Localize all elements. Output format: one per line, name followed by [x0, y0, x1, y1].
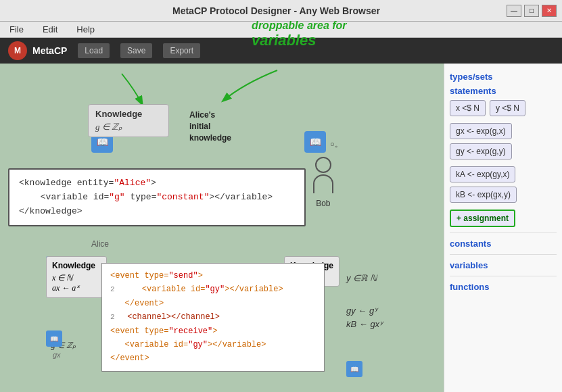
knowledge-popup-math: g ∈ ℤₚ — [95, 122, 162, 132]
alice-annotation-line2: initial — [189, 121, 231, 132]
btn-xN[interactable]: x <$ N — [450, 100, 486, 116]
knowledge-popup-top: Knowledge g ∈ ℤₚ — [88, 104, 169, 137]
xml-overlay-bottom: <event type="send"> 2 <variable id="gy">… — [101, 263, 325, 372]
close-button[interactable]: ✕ — [542, 5, 557, 17]
sidebar-sep-2 — [450, 254, 557, 255]
alice-annotation: Alice's initial knowledge — [189, 109, 231, 143]
minimize-button[interactable]: — — [507, 5, 521, 17]
sidebar-variables[interactable]: variables — [450, 260, 557, 270]
menu-bar: File Edit Help — [0, 22, 562, 38]
main-area: Alice's initial knowledge ← Knowledge g … — [0, 64, 562, 392]
btn-yN[interactable]: y <$ N — [490, 100, 525, 116]
alice-annotation-line3: knowledge — [189, 132, 231, 144]
app-logo: M MetaCP — [8, 41, 67, 60]
bob-area: 📖 ○。 Bob — [304, 131, 342, 208]
window-controls: — □ ✕ — [507, 5, 557, 17]
menu-help[interactable]: Help — [72, 23, 99, 36]
assignment-button[interactable]: + assignment — [450, 210, 515, 227]
xml-line-3: </knowledge> — [19, 205, 295, 219]
person-head — [315, 157, 331, 173]
left-knowledge-card: Knowledge x ∈ ℕ ax ← aˣ — [46, 256, 107, 298]
sidebar-statement-buttons: x <$ N y <$ N — [450, 100, 557, 116]
xml-overlay-line-2: 2 <variable id="gy"></variable> — [110, 283, 316, 296]
sidebar-sep-3 — [450, 276, 557, 276]
load-button[interactable]: Load — [78, 43, 110, 58]
bottom-right-book-button[interactable]: 📖 — [346, 361, 362, 377]
sidebar: types/sets statements x <$ N y <$ N gx <… — [444, 64, 562, 392]
btn-gx[interactable]: gx <- exp(g,x) — [450, 123, 512, 139]
xml-code-top: <knowledge entity="Alice"> <variable id=… — [8, 168, 306, 226]
xml-overlay-line-6: <variable id="gy"></variable> — [110, 338, 316, 351]
bob-label: Bob — [316, 199, 330, 208]
sidebar-functions[interactable]: functions — [450, 282, 557, 292]
menu-edit[interactable]: Edit — [39, 23, 62, 36]
assignment-button-wrapper: + assignment — [450, 210, 557, 227]
sidebar-types-sets[interactable]: types/sets — [450, 72, 557, 82]
sidebar-sep-1 — [450, 232, 557, 233]
xml-overlay-line-3: </event> — [110, 297, 316, 310]
title-bar: MetaCP Protocol Designer - Any Web Brows… — [0, 0, 562, 22]
sidebar-kA-kB-buttons: kA <- exp(gy,x) kB <- exp(gx,y) — [450, 166, 557, 203]
bob-dot-label: ○。 — [330, 139, 342, 149]
sidebar-gx-gy-buttons: gx <- exp(g,x) gy <- exp(g,y) — [450, 123, 557, 160]
sidebar-constants[interactable]: constants — [450, 239, 557, 249]
left-knowledge-title: Knowledge — [52, 261, 101, 270]
bob-person-icon — [310, 157, 337, 197]
xml-overlay-line-5: <event type="receive"> — [110, 324, 316, 338]
right-math3: kB ← gxʸ — [346, 319, 383, 329]
book-btn-left-lower[interactable]: 📖 — [46, 330, 62, 347]
alice-label: Alice — [91, 239, 109, 249]
step1-math2: ax ← aˣ — [52, 283, 101, 293]
btn-gy[interactable]: gy <- exp(g,y) — [450, 143, 512, 160]
step1-math1: x ∈ ℕ — [52, 273, 101, 283]
menu-file[interactable]: File — [5, 23, 28, 36]
window-title: MetaCP Protocol Designer - Any Web Brows… — [46, 5, 507, 16]
right-math1: y ∈ℝ ℕ — [346, 273, 377, 283]
xml-line-1: <knowledge entity="Alice"> — [19, 176, 295, 191]
maximize-button[interactable]: □ — [524, 5, 539, 17]
btn-kA[interactable]: kA <- exp(gy,x) — [450, 166, 515, 182]
export-button[interactable]: Export — [163, 43, 200, 58]
knowledge-popup-title: Knowledge — [95, 109, 162, 119]
app-toolbar: M MetaCP Load Save Export droppable area… — [0, 38, 562, 64]
left-gx: gx — [53, 351, 61, 359]
bob-book-button[interactable]: 📖 — [304, 131, 326, 153]
xml-overlay-line-4: 2 <channel></channel> — [110, 310, 316, 324]
person-body — [313, 174, 333, 193]
xml-line-2: <variable id="g" type="constant"></varia… — [19, 191, 295, 205]
alice-annotation-line1: Alice's — [189, 109, 231, 121]
logo-icon: M — [8, 41, 27, 60]
xml-overlay-line-1: <event type="send"> — [110, 269, 316, 283]
app-name: MetaCP — [32, 45, 67, 56]
book-btn-bottom-right[interactable]: 📖 — [346, 361, 362, 377]
btn-kB[interactable]: kB <- exp(gx,y) — [450, 187, 517, 203]
left-lower-book-button[interactable]: 📖 — [46, 330, 62, 347]
right-math2: gy ← gʸ — [346, 305, 377, 316]
save-button[interactable]: Save — [120, 43, 152, 58]
xml-overlay-line-7: </event> — [110, 351, 316, 365]
canvas-area: Alice's initial knowledge ← Knowledge g … — [0, 64, 444, 392]
sidebar-statements[interactable]: statements — [450, 86, 557, 96]
